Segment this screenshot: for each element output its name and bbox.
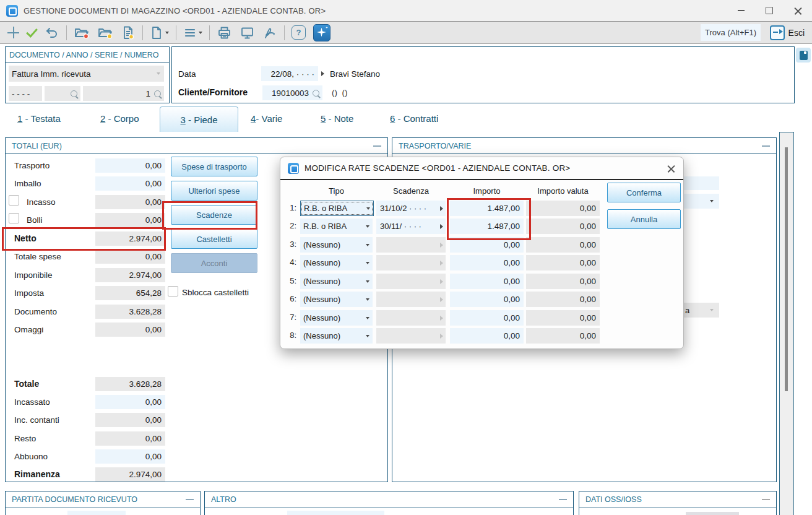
confirm-button[interactable] xyxy=(23,24,41,42)
rate-tipo-select[interactable]: (Nessuno) xyxy=(300,274,373,289)
list-menu-button[interactable] xyxy=(179,24,206,42)
rate-scadenza-field[interactable]: 31/10/2 · · · · xyxy=(376,201,446,216)
scrollbar-thumb[interactable] xyxy=(785,147,788,391)
new-document-menu-button[interactable] xyxy=(146,24,173,42)
bolli-checkbox[interactable] xyxy=(9,213,19,223)
document-info-box: Data 22/08, · · · · Bravi Stefano Client… xyxy=(171,46,795,103)
collapse-icon[interactable] xyxy=(762,145,770,147)
numero-field[interactable]: 1 xyxy=(83,86,164,101)
date-picker-arrow-icon xyxy=(440,334,443,339)
close-button[interactable] xyxy=(784,0,812,21)
serie-field[interactable]: - - - - xyxy=(9,86,42,101)
column-header-importo-valuta: Importo valuta xyxy=(526,186,600,197)
tab-testata[interactable]: 1 - Testata xyxy=(17,113,61,124)
rate-tipo-select[interactable]: R.B. o RIBA xyxy=(300,201,374,216)
rate-tipo-select[interactable]: (Nessuno) xyxy=(300,310,373,326)
dialog-titlebar: MODIFICA RATE SCADENZE <ORD01 - AZIENDAL… xyxy=(280,157,683,180)
rate-importo-field[interactable]: 1.487,00 xyxy=(450,201,524,216)
date-picker-arrow-icon[interactable] xyxy=(321,71,324,76)
annulla-button[interactable]: Annulla xyxy=(607,209,681,229)
chevron-down-icon xyxy=(366,262,369,264)
dialog-close-button[interactable] xyxy=(665,162,677,175)
open-yellow-button[interactable] xyxy=(93,24,117,42)
tab-piede[interactable]: 3 - Piede xyxy=(160,106,238,132)
sblocca-castelletti-checkbox[interactable] xyxy=(168,286,178,296)
help-button[interactable]: ? xyxy=(288,24,309,42)
rate-importo-field[interactable]: 0,00 xyxy=(450,310,524,326)
cliente-fornitore-field[interactable]: 19010003 xyxy=(262,85,322,100)
rate-importo-field[interactable]: 0,00 xyxy=(450,237,524,253)
new-icon xyxy=(7,27,19,38)
abbuono-field[interactable]: 0,00 xyxy=(95,449,165,464)
rate-scadenza-field[interactable]: 30/11/ · · · · xyxy=(376,219,446,234)
data-field[interactable]: 22/08, · · · · xyxy=(261,66,318,81)
side-panel-button[interactable] xyxy=(796,48,811,63)
documento-field: 3.628,28 xyxy=(95,305,165,319)
tab-corpo[interactable]: 2 - Corpo xyxy=(100,113,139,124)
partial-field[interactable] xyxy=(67,511,126,515)
rate-scadenza-field xyxy=(376,255,446,270)
ulteriori-spese-button[interactable]: Ulteriori spese xyxy=(171,181,257,201)
document-type-dropdown[interactable]: Fattura Imm. ricevuta xyxy=(9,66,164,82)
partial-dropdown[interactable] xyxy=(684,194,719,209)
dati-oss-panel: DATI OSS/IOSS xyxy=(579,491,777,515)
collapse-icon[interactable] xyxy=(559,499,567,500)
rate-tipo-select[interactable]: (Nessuno) xyxy=(300,255,373,270)
rate-tipo-select[interactable]: R.B. o RIBA xyxy=(300,219,373,234)
spese-di-trasporto-button[interactable]: Spese di trasporto xyxy=(171,157,257,176)
date-picker-arrow-icon xyxy=(440,206,443,211)
vertical-scrollbar[interactable] xyxy=(779,132,794,515)
scadenze-button[interactable]: Scadenze xyxy=(171,205,257,225)
incassato-field[interactable]: 0,00 xyxy=(95,395,165,409)
conferma-button[interactable]: Conferma xyxy=(607,183,681,202)
date-picker-arrow-icon xyxy=(440,261,443,266)
incasso-checkbox[interactable] xyxy=(9,195,19,206)
search-icon xyxy=(154,90,161,97)
search-icon xyxy=(71,90,77,97)
imballo-field[interactable]: 0,00 xyxy=(95,176,165,191)
maximize-button[interactable] xyxy=(755,0,784,21)
rate-importo-field[interactable]: 0,00 xyxy=(450,255,524,270)
exit-button[interactable]: Esci xyxy=(767,23,807,42)
application-window: GESTIONE DOCUMENTI DI MAGAZZINO <ORD01 -… xyxy=(0,0,812,515)
tab-varie[interactable]: 4- Varie xyxy=(251,113,282,124)
collapse-icon[interactable] xyxy=(373,145,381,147)
rate-importo-field[interactable]: 1.487,00 xyxy=(450,219,524,234)
castelletti-button[interactable]: Castelletti xyxy=(171,229,257,249)
tab-contratti[interactable]: 6 - Contratti xyxy=(390,113,438,124)
find-shortcut-box[interactable]: Trova (Alt+F1) xyxy=(701,24,761,41)
rate-scadenza-field xyxy=(376,237,446,253)
minimize-button[interactable] xyxy=(727,0,755,21)
rate-tipo-select[interactable]: (Nessuno) xyxy=(300,328,373,344)
app-logo-icon xyxy=(6,5,18,17)
totale-field: 3.628,28 xyxy=(95,377,165,391)
pdf-button[interactable] xyxy=(259,24,281,42)
preview-button[interactable] xyxy=(236,24,259,42)
rate-tipo-select[interactable]: (Nessuno) xyxy=(300,292,373,307)
document-yellow-button[interactable] xyxy=(117,24,139,42)
ai-assistant-icon xyxy=(313,24,330,41)
rate-scadenza-field xyxy=(376,310,446,326)
side-panel-icon xyxy=(800,51,808,60)
partial-field[interactable] xyxy=(287,511,384,515)
tab-note[interactable]: 5 - Note xyxy=(321,113,353,124)
open-red-button[interactable] xyxy=(70,24,93,42)
rate-scadenza-field xyxy=(376,328,446,344)
rate-tipo-select[interactable]: (Nessuno) xyxy=(300,237,373,253)
rate-importo-field[interactable]: 0,00 xyxy=(450,292,524,307)
undo-button[interactable] xyxy=(41,24,63,42)
rate-importo-field[interactable]: 0,00 xyxy=(450,328,524,344)
partial-field[interactable] xyxy=(684,176,719,190)
trasporto-field[interactable]: 0,00 xyxy=(95,158,165,173)
print-button[interactable] xyxy=(213,24,236,42)
ai-assistant-button[interactable] xyxy=(309,24,334,42)
collapse-icon[interactable] xyxy=(762,499,770,500)
chevron-down-icon xyxy=(710,200,714,202)
row-label: Bolli xyxy=(27,215,43,225)
anno-lookup-field[interactable] xyxy=(45,86,80,101)
collapse-icon[interactable] xyxy=(186,499,194,500)
new-button[interactable] xyxy=(4,24,23,42)
pdf-icon xyxy=(262,25,277,40)
rate-importo-field[interactable]: 0,00 xyxy=(450,274,524,289)
cliente-extra-info: () () xyxy=(332,88,347,97)
